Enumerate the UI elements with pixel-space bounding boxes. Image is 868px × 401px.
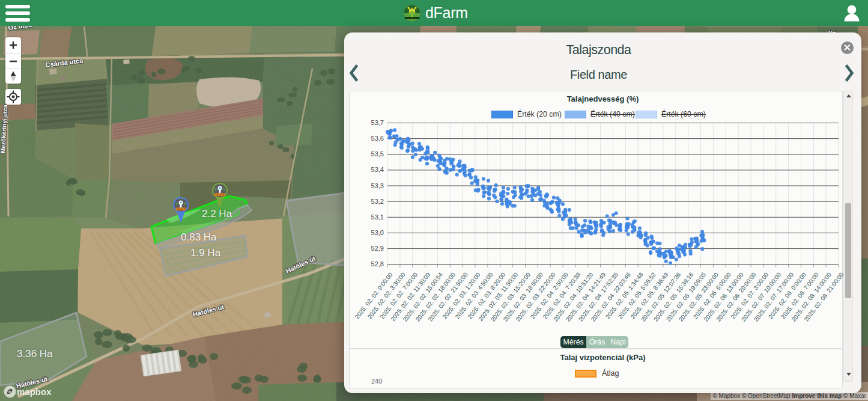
- svg-text:3.36 Ha: 3.36 Ha: [17, 348, 53, 360]
- svg-text:2.2 Ha: 2.2 Ha: [202, 208, 232, 219]
- svg-text:1.9 Ha: 1.9 Ha: [190, 247, 221, 259]
- svg-text:0.83 Ha: 0.83 Ha: [181, 231, 217, 243]
- svg-text:mapbox: mapbox: [17, 387, 52, 397]
